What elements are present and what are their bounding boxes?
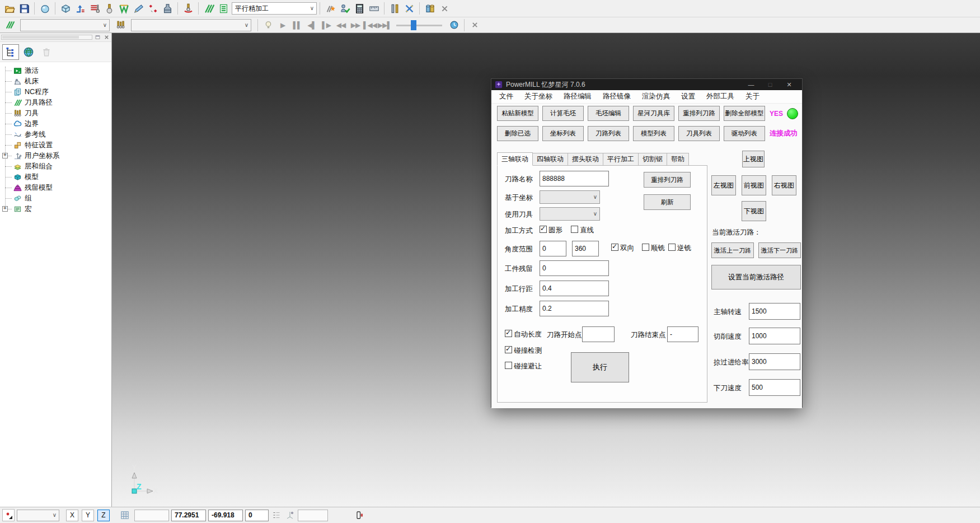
play-icon[interactable]: ▶ xyxy=(275,18,290,32)
action-button[interactable]: 模型列表 xyxy=(633,126,674,141)
explorer-close-icon[interactable] xyxy=(102,34,110,41)
tree-item[interactable]: 参考线 xyxy=(0,129,111,140)
xyz-list-icon[interactable] xyxy=(271,510,282,521)
go-end-icon[interactable]: ▶▶▌ xyxy=(377,18,392,32)
cylinders-icon[interactable] xyxy=(423,2,437,15)
tree-item[interactable]: 激活 xyxy=(0,66,111,76)
expand-icon[interactable] xyxy=(2,206,8,212)
collision-check-icon[interactable] xyxy=(181,2,195,15)
action-button[interactable]: 毛坯编辑 xyxy=(588,106,629,121)
points-icon[interactable] xyxy=(146,2,160,15)
menu-item[interactable]: 外部工具 xyxy=(706,92,734,101)
trash-icon[interactable] xyxy=(38,44,55,60)
create-tool-icon[interactable] xyxy=(102,2,116,15)
plunge-feed-input[interactable] xyxy=(749,379,800,396)
action-button[interactable]: 刀路列表 xyxy=(588,126,629,141)
action-button[interactable]: 粘贴新模型 xyxy=(497,106,538,121)
climb-checkbox[interactable] xyxy=(642,244,649,251)
rearrange-button[interactable]: 重排列刀路 xyxy=(644,172,691,188)
action-button[interactable]: 坐标列表 xyxy=(542,126,584,141)
sim-toolbar-close-icon[interactable] xyxy=(467,18,482,32)
measure-field[interactable] xyxy=(298,510,328,521)
based-coord-combobox[interactable] xyxy=(540,190,600,204)
dialog-tab[interactable]: 四轴联动 xyxy=(533,153,568,166)
dialog-tab[interactable]: 三轴联动 xyxy=(497,152,533,166)
dialog-titlebar[interactable]: PowerMILL 忆梦星河 7.0.6 — □ ✕ xyxy=(491,79,802,90)
light-icon[interactable] xyxy=(261,18,275,32)
ruler-icon[interactable] xyxy=(367,2,381,15)
axis-lock-button[interactable]: Z xyxy=(97,510,110,521)
position-field[interactable] xyxy=(134,510,169,521)
toolbar-close-icon[interactable] xyxy=(437,2,452,15)
toolpath-import-icon[interactable] xyxy=(73,2,87,15)
simulation-tool-combobox[interactable] xyxy=(131,19,251,31)
use-tool-combobox[interactable] xyxy=(540,207,600,221)
skim-feed-input[interactable] xyxy=(749,353,800,370)
coord-y-field[interactable]: -69.918 xyxy=(208,510,243,521)
tree-item[interactable]: 模型 xyxy=(0,172,111,183)
view-bottom-button[interactable]: 下视图 xyxy=(742,201,766,221)
action-button[interactable]: 计算毛坯 xyxy=(542,106,584,121)
strategy-list-icon[interactable] xyxy=(216,2,231,15)
toolpath-star-icon[interactable] xyxy=(323,2,337,15)
probe-icon[interactable] xyxy=(284,510,296,521)
pattern-icon[interactable] xyxy=(131,2,146,15)
explorer-hscrollbar[interactable] xyxy=(1,35,92,40)
statusbar-combobox[interactable] xyxy=(17,510,59,521)
refresh-button[interactable]: 刷新 xyxy=(644,194,691,210)
conventional-checkbox[interactable] xyxy=(668,244,676,251)
line-checkbox[interactable] xyxy=(571,226,578,233)
tolerance-input[interactable] xyxy=(540,301,609,316)
expand-icon[interactable] xyxy=(2,153,8,158)
grid-toggle-button[interactable] xyxy=(118,509,132,521)
menu-item[interactable]: 渲染仿真 xyxy=(642,92,670,101)
save-file-icon[interactable] xyxy=(17,2,31,15)
action-button[interactable]: 驱动列表 xyxy=(724,126,765,141)
angle-from-input[interactable] xyxy=(540,241,566,256)
minimize-button[interactable]: — xyxy=(742,81,761,88)
toolpath-spring-icon[interactable] xyxy=(201,2,216,15)
stock-input[interactable] xyxy=(540,260,609,276)
calculator-icon[interactable] xyxy=(352,2,367,15)
float-pane-icon[interactable] xyxy=(93,34,101,41)
action-button[interactable]: 删除已选 xyxy=(497,126,538,141)
open-file-icon[interactable] xyxy=(2,2,17,15)
menu-item[interactable]: 关于坐标 xyxy=(524,92,552,101)
tree-item[interactable]: 机床 xyxy=(0,76,111,87)
end-point-input[interactable] xyxy=(667,326,698,342)
flyout-button[interactable] xyxy=(2,509,15,521)
toolholder-icon[interactable] xyxy=(160,2,175,15)
tree-item[interactable]: NC程序 xyxy=(0,87,111,97)
simulation-toolpath-combobox[interactable] xyxy=(20,19,110,31)
dialog-tab[interactable]: 摆头联动 xyxy=(568,153,603,166)
view-top-button[interactable]: 上视图 xyxy=(742,151,765,167)
dialog-tab[interactable]: 平行加工 xyxy=(603,153,639,166)
auto-length-checkbox[interactable] xyxy=(505,330,512,337)
coord-x-field[interactable]: 77.2951 xyxy=(171,510,206,521)
angle-to-input[interactable] xyxy=(572,241,599,256)
menu-item[interactable]: 路径编辑 xyxy=(564,92,592,101)
action-button[interactable]: 重排列刀路 xyxy=(678,106,720,121)
activate-prev-button[interactable]: 激活上一刀路 xyxy=(711,242,754,258)
go-start-icon[interactable]: ▌◀◀ xyxy=(363,18,377,32)
circle-checkbox[interactable] xyxy=(540,226,547,233)
strategy-icon[interactable] xyxy=(87,2,102,15)
axis-lock-button[interactable]: Y xyxy=(82,510,94,521)
explorer-hscrollbar-thumb[interactable] xyxy=(2,36,79,39)
collision-detect-checkbox[interactable] xyxy=(505,346,512,353)
pause-icon[interactable]: ▌▌ xyxy=(290,18,304,32)
view-front-button[interactable]: 前视图 xyxy=(742,175,766,195)
view-left-button[interactable]: 左视图 xyxy=(711,175,736,195)
fast-forward-icon[interactable]: ▶▶ xyxy=(348,18,363,32)
toolpath-name-input[interactable] xyxy=(540,171,609,186)
menu-item[interactable]: 设置 xyxy=(681,92,695,101)
start-point-input[interactable] xyxy=(582,326,615,342)
action-button[interactable]: 删除全部模型 xyxy=(724,106,765,121)
simulation-speed-slider[interactable] xyxy=(396,20,442,31)
tree-item[interactable]: 用户坐标系 xyxy=(0,151,111,161)
step-forward-icon[interactable]: ▌▶ xyxy=(319,18,334,32)
execute-button[interactable]: 执行 xyxy=(571,352,629,382)
axis-lock-button[interactable]: X xyxy=(66,510,78,521)
action-button[interactable]: 刀具列表 xyxy=(678,126,720,141)
action-button[interactable]: 星河刀具库 xyxy=(633,106,674,121)
